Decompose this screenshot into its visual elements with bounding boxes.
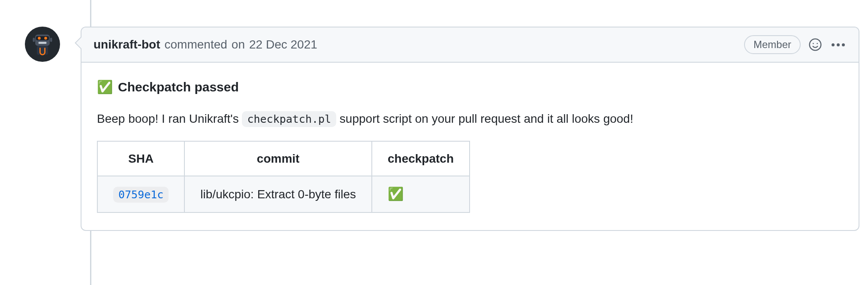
kebab-dot-icon (832, 43, 835, 46)
comment-body: ✅ Checkpatch passed Beep boop! I ran Uni… (81, 63, 859, 230)
results-table: SHA commit checkpatch 0759e1c lib/ukcpio… (97, 141, 470, 213)
comment-action: commented (165, 38, 227, 52)
code-file-chip: checkpatch.pl (242, 111, 336, 127)
more-actions-button[interactable] (830, 42, 847, 48)
avatar[interactable] (25, 27, 60, 62)
emoji-reaction-button[interactable] (808, 38, 822, 52)
para-before: Beep boop! I ran Unikraft's (97, 112, 242, 125)
th-sha: SHA (97, 141, 184, 176)
comment-header-right: Member (744, 35, 847, 54)
para-after: support script on your pull request and … (336, 112, 633, 125)
svg-rect-4 (39, 42, 47, 44)
svg-rect-5 (33, 38, 35, 42)
smiley-icon (808, 38, 822, 52)
bot-avatar-icon (30, 31, 55, 57)
member-badge: Member (744, 35, 801, 54)
th-commit: commit (184, 141, 372, 176)
table-row: 0759e1c lib/ukcpio: Extract 0-byte files… (97, 176, 470, 212)
svg-point-9 (813, 43, 814, 44)
comment-author[interactable]: unikraft-bot (93, 38, 160, 52)
commit-sha-link[interactable]: 0759e1c (113, 187, 169, 203)
comment-pointer (74, 37, 81, 51)
svg-point-8 (810, 39, 821, 51)
commit-message-cell: lib/ukcpio: Extract 0-byte files (184, 176, 372, 212)
comment-box: unikraft-bot commented on 22 Dec 2021 Me… (81, 27, 859, 231)
checkpatch-status-cell: ✅ (372, 176, 470, 212)
svg-point-3 (44, 37, 47, 40)
svg-point-2 (38, 37, 41, 40)
svg-point-10 (817, 43, 818, 44)
kebab-dot-icon (837, 43, 840, 46)
kebab-dot-icon (842, 43, 845, 46)
th-checkpatch: checkpatch (372, 141, 470, 176)
comment-date[interactable]: 22 Dec 2021 (249, 38, 317, 52)
checkpatch-heading: ✅ Checkpatch passed (97, 77, 843, 97)
check-mark-icon: ✅ (388, 187, 404, 201)
comment-header-left: unikraft-bot commented on 22 Dec 2021 (93, 38, 317, 52)
checkpatch-description: Beep boop! I ran Unikraft's checkpatch.p… (97, 109, 843, 128)
table-header-row: SHA commit checkpatch (97, 141, 470, 176)
sha-cell: 0759e1c (97, 176, 184, 212)
check-mark-icon: ✅ (97, 77, 113, 97)
svg-rect-6 (50, 38, 52, 42)
svg-rect-7 (37, 46, 48, 55)
comment-date-prefix: on (232, 38, 245, 52)
comment-header: unikraft-bot commented on 22 Dec 2021 Me… (81, 27, 859, 63)
heading-text: Checkpatch passed (118, 77, 239, 97)
